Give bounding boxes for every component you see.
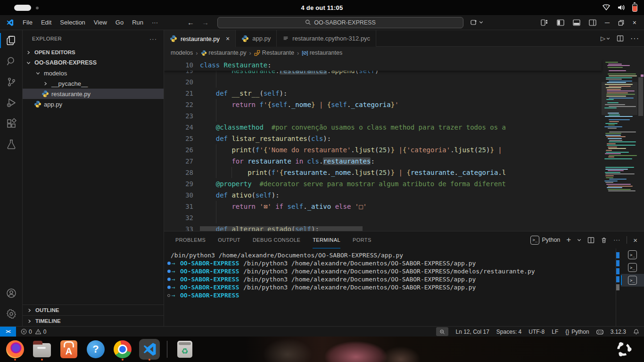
copilot-new-chat-button[interactable]: [470, 19, 483, 26]
code-line[interactable]: 30 def ativo(self):: [164, 189, 602, 201]
workspace-root-row[interactable]: OO-SABOR-EXPRESS: [23, 58, 164, 68]
code-line[interactable]: 10class Restaurante:: [164, 59, 602, 71]
toggle-panel-icon[interactable]: [573, 19, 580, 26]
breadcrumb-Restaurante[interactable]: Restaurante: [254, 49, 294, 56]
breadcrumb-modelos[interactable]: modelos: [171, 49, 193, 56]
terminal-output[interactable]: /bin/python3 /home/alexandre/Documentos/…: [164, 248, 616, 326]
cursor-position[interactable]: Ln 12, Col 17: [455, 329, 489, 335]
panel-tab-terminal[interactable]: TERMINAL: [313, 231, 340, 248]
dock-chrome-icon[interactable]: [112, 339, 133, 360]
remote-indicator[interactable]: ><: [0, 327, 16, 337]
eol-sequence[interactable]: LF: [552, 329, 558, 335]
menu-edit[interactable]: Edit: [37, 17, 55, 28]
terminal-instance-1[interactable]: >_: [621, 248, 644, 261]
dock-vscode-icon[interactable]: [139, 339, 160, 360]
command-success-dot[interactable]: [166, 286, 172, 289]
code-line[interactable]: 28 print(f'{restaurante._nome.ljust(25)}…: [164, 167, 602, 178]
terminal-instance-3[interactable]: >_: [621, 274, 644, 287]
command-success-dot[interactable]: [166, 262, 172, 265]
account-icon[interactable]: [0, 283, 23, 304]
code-line[interactable]: 20: [164, 76, 602, 88]
code-line[interactable]: 22 return f'{self._nome} | {self._catego…: [164, 99, 602, 110]
tree-item-pycache[interactable]: __pycache__: [23, 78, 164, 89]
run-debug-icon[interactable]: [0, 92, 23, 113]
extensions-icon[interactable]: [0, 113, 23, 134]
menu-go[interactable]: Go: [112, 17, 127, 28]
breadcrumb-restaurantes[interactable]: [⊘]restaurantes: [302, 49, 342, 56]
editor-more-actions-icon[interactable]: ···: [630, 34, 639, 43]
explorer-icon[interactable]: [0, 30, 23, 51]
panel-tab-output[interactable]: OUTPUT: [218, 231, 240, 248]
dock-trash-icon[interactable]: ♻: [174, 339, 195, 360]
menu-run[interactable]: Run: [128, 17, 147, 28]
nav-back-icon[interactable]: ←: [187, 18, 194, 26]
tab-restaurantecpython312pyc[interactable]: restaurante.cpython-312.pyc: [277, 30, 376, 47]
nav-forward-icon[interactable]: →: [202, 18, 209, 26]
vertical-scrollbar[interactable]: [637, 59, 644, 231]
new-terminal-button[interactable]: +: [566, 235, 571, 245]
code-line[interactable]: 19 Restaurante.restaurantes.append(self): [164, 71, 602, 76]
battery-icon[interactable]: [632, 4, 637, 12]
menu-file[interactable]: File: [19, 17, 36, 28]
code-line[interactable]: 31 return '⊠' if self._ativo else '□': [164, 201, 602, 212]
close-panel-icon[interactable]: ×: [633, 236, 637, 244]
code-line[interactable]: 24 @classmethod #por convenção usamos o …: [164, 122, 602, 133]
menu-view[interactable]: View: [90, 17, 111, 28]
panel-tab-debug-console[interactable]: DEBUG CONSOLE: [253, 231, 300, 248]
vscode-logo-icon[interactable]: [6, 18, 14, 27]
tab-restaurantepy[interactable]: restaurante.py×: [164, 30, 236, 47]
open-editors-section[interactable]: OPEN EDITORS: [23, 47, 164, 58]
ubuntu-logo-icon[interactable]: [615, 340, 633, 358]
code-line[interactable]: 27 for restaurante in cls.restaurantes:: [164, 156, 602, 167]
testing-icon[interactable]: [0, 134, 23, 155]
errors-icon[interactable]: 0: [21, 329, 32, 335]
dock-firefox-icon[interactable]: [5, 339, 25, 360]
code-line[interactable]: 32: [164, 212, 602, 223]
tab-apppy[interactable]: app.py: [236, 30, 277, 47]
dock-files-icon[interactable]: [32, 339, 52, 360]
notifications-bell-icon[interactable]: [633, 329, 639, 335]
tree-item-apppy[interactable]: app.py: [23, 99, 164, 109]
system-clock[interactable]: 4 de out 11:05: [0, 4, 644, 11]
warnings-icon[interactable]: 0: [35, 329, 47, 335]
code-line[interactable]: 23: [164, 110, 602, 122]
section-outline[interactable]: OUTLINE: [23, 304, 164, 315]
code-line[interactable]: 25 def listar_restaurantes(cls):: [164, 133, 602, 144]
command-center-search[interactable]: OO-SABOR-EXPRESS: [217, 17, 463, 28]
section-timeline[interactable]: TIMELINE: [23, 315, 164, 326]
tree-item-modelos[interactable]: modelos: [23, 68, 164, 78]
code-editor[interactable]: 10class Restaurante:19 Restaurante.resta…: [164, 59, 644, 231]
kill-terminal-icon[interactable]: [601, 237, 607, 244]
customize-layout-icon[interactable]: [541, 19, 548, 26]
dock-help-icon[interactable]: ?: [85, 339, 106, 360]
volume-icon[interactable]: [617, 4, 626, 11]
close-tab-icon[interactable]: ×: [226, 35, 230, 42]
command-success-dot[interactable]: [166, 278, 172, 281]
tree-item-restaurantepy[interactable]: restaurante.py: [23, 89, 164, 99]
breadcrumb-restaurantepy[interactable]: restaurante.py: [201, 49, 247, 56]
terminal-instance-2[interactable]: >_: [621, 261, 644, 274]
terminal-dropdown-icon[interactable]: [577, 238, 581, 242]
terminal-shell-label[interactable]: >_ Python: [530, 236, 560, 245]
restore-button[interactable]: [618, 20, 624, 26]
settings-gear-icon[interactable]: [0, 304, 23, 324]
toggle-secondary-sidebar-icon[interactable]: [589, 19, 596, 26]
minimap[interactable]: [602, 59, 637, 231]
split-terminal-icon[interactable]: [587, 237, 594, 244]
horizontal-scrollbar[interactable]: [200, 226, 363, 231]
menu-[interactable]: ···: [148, 17, 162, 28]
run-python-button[interactable]: ▷: [601, 35, 610, 42]
source-control-icon[interactable]: [0, 72, 23, 92]
command-pending-dot[interactable]: [166, 294, 172, 297]
python-version[interactable]: 3.12.3: [611, 329, 626, 335]
panel-tab-ports[interactable]: PORTS: [353, 231, 372, 248]
encoding[interactable]: UTF-8: [528, 329, 545, 335]
menu-selection[interactable]: Selection: [56, 17, 89, 28]
split-editor-icon[interactable]: [617, 35, 624, 42]
zoom-indicator[interactable]: [436, 327, 448, 336]
dock-ubuntu-software-icon[interactable]: A: [58, 339, 79, 360]
toggle-primary-sidebar-icon[interactable]: [557, 19, 564, 26]
search-view-icon[interactable]: [0, 51, 23, 72]
panel-tab-problems[interactable]: PROBLEMS: [175, 231, 206, 248]
copilot-icon[interactable]: [596, 329, 603, 335]
